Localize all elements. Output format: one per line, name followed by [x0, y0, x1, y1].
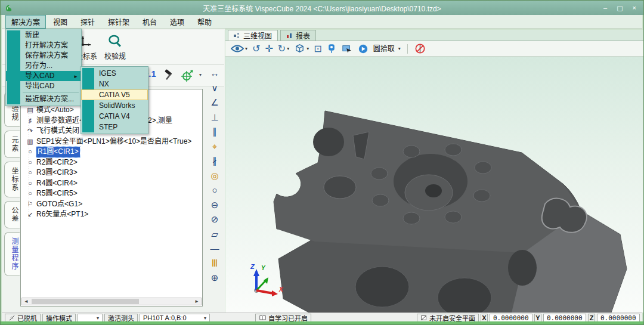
- tree-row[interactable]: ○R4圆<CIR4>: [21, 178, 202, 189]
- angle-between-icon[interactable]: ∨: [212, 81, 218, 96]
- circle-pick-dropdown[interactable]: 圆拾取 ▾: [373, 44, 401, 54]
- menu-view[interactable]: 视图: [47, 15, 73, 29]
- tree-row[interactable]: ↙R6矢量点<PT1>: [21, 209, 202, 220]
- hammer-tool-button[interactable]: [162, 69, 177, 83]
- gauge-check-button[interactable]: 校验规: [101, 34, 129, 61]
- title-bar: 天准三坐标系统 VispecCube 2024 <C:\Users\jiaosi…: [1, 1, 643, 15]
- minimize-button[interactable]: –: [603, 3, 607, 13]
- circularity-icon[interactable]: ○: [212, 183, 217, 198]
- toolbar-separator: [407, 44, 408, 54]
- submenu-item-catia-v5[interactable]: CATIA V5: [81, 89, 148, 100]
- fly-mode-icon: ↷: [26, 126, 35, 137]
- locate-pin-button[interactable]: [327, 43, 336, 54]
- window-bottom-edge: [1, 321, 643, 324]
- goto-flag-icon: ⚐: [26, 199, 35, 210]
- submenu-item-catia-v4[interactable]: CATIA V4: [81, 111, 148, 122]
- menu-machine[interactable]: 机台: [137, 15, 163, 29]
- probe-disable-button[interactable]: [414, 43, 426, 54]
- tab-tolerance[interactable]: 公差: [4, 201, 20, 228]
- menu-item-export-cad[interactable]: 导出CAD: [6, 81, 81, 91]
- close-button[interactable]: ×: [633, 3, 636, 13]
- safety-plane-icon: ▥: [26, 137, 35, 147]
- tree-row-selected[interactable]: ○R1圆<CIR1>: [21, 147, 202, 157]
- circle-feature-icon: ○: [26, 157, 35, 168]
- menu-item-new[interactable]: 新建: [6, 30, 81, 41]
- viewport-canvas[interactable]: Z Y X: [225, 57, 643, 312]
- menu-probe[interactable]: 探针: [75, 15, 101, 29]
- angle-icon[interactable]: ∠: [210, 95, 218, 110]
- submenu-item-step[interactable]: STEP: [81, 122, 148, 132]
- app-logo-icon: [4, 3, 14, 13]
- toolbar-overflow-button[interactable]: ▾: [199, 72, 202, 86]
- tree-row[interactable]: ▥SEP1安全平面<PLN1>偏移<10>是否启用<True>: [21, 137, 202, 147]
- probe-target-button[interactable]: [180, 69, 194, 83]
- safety-plane-status: 未开启安全平面: [417, 314, 479, 322]
- visibility-button[interactable]: ▾: [231, 44, 247, 54]
- cad-model: [225, 57, 643, 312]
- tab-measure-program[interactable]: 测量程序: [4, 232, 20, 276]
- fit-view-button[interactable]: ⊡: [314, 44, 321, 54]
- perpendicularity-icon[interactable]: ⊥: [210, 110, 218, 125]
- menu-probe-rack[interactable]: 探针架: [102, 15, 135, 29]
- scrollbar-thumb[interactable]: [32, 299, 139, 304]
- menu-item-save-as[interactable]: 另存为...: [6, 61, 81, 71]
- play-icon: [358, 44, 369, 54]
- tab-elements[interactable]: 元素: [4, 131, 20, 158]
- menu-options[interactable]: 选项: [164, 15, 190, 29]
- menu-item-open-solution[interactable]: 打开解决方案: [6, 41, 81, 51]
- cad-import-submenu: IGES NX CATIA V5 SolidWorks CATIA V4 STE…: [80, 66, 148, 134]
- runout-icon[interactable]: ⊘: [211, 212, 219, 227]
- position-target-icon[interactable]: ⌖: [212, 140, 217, 154]
- view-cube-button[interactable]: ▾: [294, 43, 309, 54]
- maximize-button[interactable]: ▢: [617, 3, 623, 13]
- magnifier-icon: [101, 34, 129, 51]
- scroll-right-arrow[interactable]: ►: [193, 299, 201, 304]
- submenu-item-nx[interactable]: NX: [81, 79, 148, 89]
- tab-coordinate-system[interactable]: 坐标系: [4, 162, 20, 197]
- tree-row[interactable]: ○R5圆<CIR5>: [21, 188, 202, 199]
- play-button[interactable]: [358, 44, 369, 54]
- tree-row[interactable]: ○R3圆<CIR3>: [21, 168, 202, 178]
- self-learn-button[interactable]: 自学习已开启: [255, 314, 311, 322]
- window-title: 天准三坐标系统 VispecCube 2024 <C:\Users\jiaosi…: [1, 3, 643, 13]
- menu-help[interactable]: 帮助: [191, 15, 218, 29]
- operation-mode-dropdown[interactable]: ▾: [78, 314, 103, 322]
- circle-feature-icon: ○: [26, 178, 35, 189]
- tree-horizontal-scrollbar[interactable]: ◄ ►: [21, 298, 202, 305]
- orbit-view-button[interactable]: ↻ ▾: [278, 44, 289, 54]
- submenu-item-solidworks[interactable]: SolidWorks: [81, 100, 148, 111]
- hammer-icon: [162, 69, 177, 83]
- flatness-icon[interactable]: ▱: [211, 227, 218, 242]
- straightness-icon[interactable]: ―: [210, 242, 219, 256]
- profile-icon[interactable]: Ⅲ: [212, 256, 218, 271]
- parallelism-icon[interactable]: ∥: [212, 125, 217, 140]
- concentricity-icon[interactable]: ◎: [210, 169, 218, 184]
- tab-report[interactable]: 报表: [280, 30, 316, 41]
- angularity-icon[interactable]: ∦: [212, 154, 217, 169]
- distance-icon[interactable]: ↔: [210, 66, 219, 81]
- eye-icon: [231, 44, 244, 53]
- rotate-view-button[interactable]: ↺: [252, 44, 260, 54]
- menu-item-import-cad[interactable]: 导入CAD ►: [6, 71, 81, 81]
- tree-row[interactable]: ○R2圆<CIR2>: [21, 157, 202, 168]
- scroll-left-arrow[interactable]: ◄: [22, 299, 30, 304]
- z-coordinate-value: 0.0000000: [597, 314, 640, 322]
- menu-solution[interactable]: 解决方案: [5, 15, 46, 29]
- window-select-button[interactable]: [341, 44, 353, 54]
- symmetry-icon[interactable]: ⊖: [211, 198, 219, 213]
- tab-3d-view[interactable]: 三维视图: [228, 30, 278, 41]
- x-axis-label: X: [481, 314, 488, 322]
- menu-separator: [23, 92, 79, 93]
- pan-view-button[interactable]: ✛: [265, 44, 273, 54]
- active-probe-dropdown[interactable]: PH10T A:0,B:0▾: [140, 314, 210, 322]
- measure-params-icon: ♯: [26, 116, 35, 126]
- axis-y-label: Y: [261, 265, 266, 271]
- menu-item-save-solution[interactable]: 保存解决方案: [6, 51, 81, 61]
- offline-plug-icon: [8, 314, 16, 321]
- tree-row[interactable]: ⚐GOTO点<G1>: [21, 199, 202, 210]
- submenu-item-iges[interactable]: IGES: [81, 68, 148, 79]
- menu-item-recent-solutions[interactable]: 最近解决方案...: [6, 94, 81, 104]
- viewport-tab-strip: 三维视图 报表: [225, 30, 643, 41]
- true-position-icon[interactable]: ⊕: [211, 271, 219, 286]
- axis-z-label: Z: [250, 263, 255, 270]
